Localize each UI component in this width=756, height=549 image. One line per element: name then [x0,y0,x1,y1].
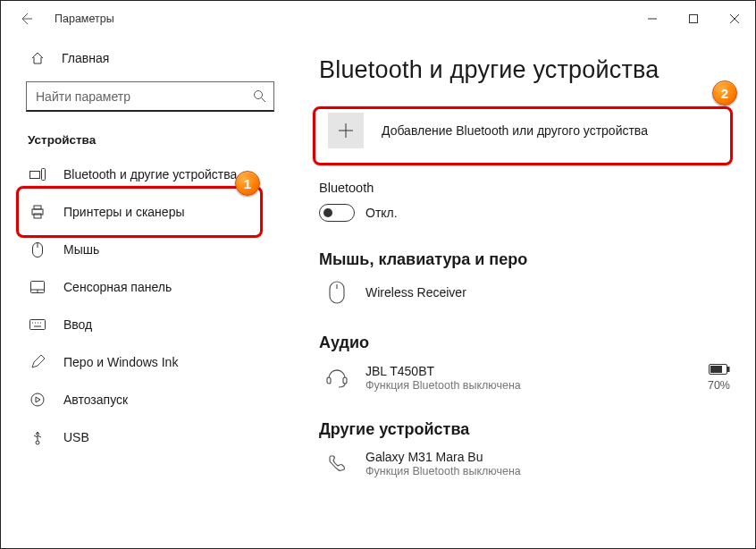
close-icon [730,14,739,23]
touchpad-icon [29,279,46,295]
main-panel: Bluetooth и другие устройства Добавление… [287,37,755,548]
home-icon [29,50,46,66]
usb-icon [29,429,46,445]
arrow-left-icon [19,12,33,26]
device-galaxy[interactable]: Galaxy M31 Mara Bu Функция Bluetooth вык… [319,450,734,477]
plus-icon [328,113,364,148]
window-title: Параметры [55,13,114,25]
sidebar-home-label: Главная [62,51,109,65]
group-other-title: Другие устройства [319,420,734,439]
bluetooth-label: Bluetooth [319,181,734,195]
battery-percent: 70% [708,379,730,392]
search-icon [253,89,266,103]
svg-rect-33 [710,366,722,373]
sidebar: Главная Найти параметр Устройства Blueto… [1,37,287,548]
svg-rect-30 [343,377,347,384]
titlebar: Параметры [1,1,755,37]
svg-rect-1 [690,15,698,23]
svg-point-23 [36,441,39,444]
sidebar-item-typing[interactable]: Ввод [1,306,287,343]
svg-rect-7 [42,169,46,181]
sidebar-item-label: Сенсорная панель [63,280,172,294]
group-audio-title: Аудио [319,334,734,352]
sidebar-item-autoplay[interactable]: Автозапуск [1,381,287,418]
search-input[interactable]: Найти параметр [26,81,274,112]
bluetooth-state: Откл. [365,206,398,220]
sidebar-item-label: Перо и Windows Ink [63,355,178,369]
svg-line-5 [262,98,266,103]
svg-rect-16 [30,320,46,330]
phone-icon [324,452,349,477]
battery-indicator: 70% [708,363,734,392]
back-button[interactable] [12,4,40,33]
svg-point-4 [255,91,263,99]
autoplay-icon [29,392,46,408]
search-placeholder: Найти параметр [36,89,253,104]
battery-icon [709,364,730,375]
add-device-button[interactable]: Добавление Bluetooth или другого устройс… [319,104,734,157]
headset-icon [324,365,349,390]
device-jbl[interactable]: JBL T450BT Функция Bluetooth выключена 7… [319,363,734,392]
sidebar-item-label: Bluetooth и другие устройства [63,167,237,182]
device-name: Wireless Receiver [365,285,466,300]
sidebar-item-mouse[interactable]: Мышь [1,231,287,268]
svg-rect-9 [34,206,41,209]
svg-rect-6 [30,172,40,179]
sidebar-item-label: USB [63,430,89,444]
device-name: Galaxy M31 Mara Bu [365,450,521,464]
pen-icon [29,354,46,370]
device-name: JBL T450BT [365,364,521,378]
sidebar-item-touchpad[interactable]: Сенсорная панель [1,268,287,306]
printer-icon [29,204,46,220]
keyboard-icon [29,317,46,333]
svg-rect-29 [327,377,331,384]
maximize-icon [689,14,698,23]
sidebar-category: Устройства [1,121,287,156]
device-sub: Функция Bluetooth выключена [365,465,521,477]
mouse-icon [29,241,46,258]
close-button[interactable] [714,4,755,33]
devices-icon [29,166,46,182]
sidebar-item-pen[interactable]: Перо и Windows Ink [1,343,287,381]
page-title: Bluetooth и другие устройства [319,56,734,84]
sidebar-item-label: Мышь [63,242,99,257]
maximize-button[interactable] [673,4,714,33]
svg-point-22 [31,393,44,406]
device-wireless-receiver[interactable]: Wireless Receiver [319,280,734,305]
sidebar-home[interactable]: Главная [1,40,287,76]
window-controls [632,4,755,33]
bluetooth-toggle[interactable] [319,204,355,222]
sidebar-item-label: Принтеры и сканеры [63,205,184,219]
sidebar-item-printers[interactable]: Принтеры и сканеры [1,193,287,231]
sidebar-item-usb[interactable]: USB [1,418,287,456]
minimize-button[interactable] [632,4,673,33]
minimize-icon [648,14,657,23]
device-sub: Функция Bluetooth выключена [365,379,521,392]
add-device-label: Добавление Bluetooth или другого устройс… [382,123,648,138]
svg-rect-32 [727,367,730,372]
sidebar-item-label: Ввод [63,317,92,332]
mouse-icon [324,280,349,305]
group-input-title: Мышь, клавиатура и перо [319,250,734,269]
sidebar-item-bluetooth[interactable]: Bluetooth и другие устройства [1,156,287,193]
sidebar-item-label: Автозапуск [63,393,128,407]
